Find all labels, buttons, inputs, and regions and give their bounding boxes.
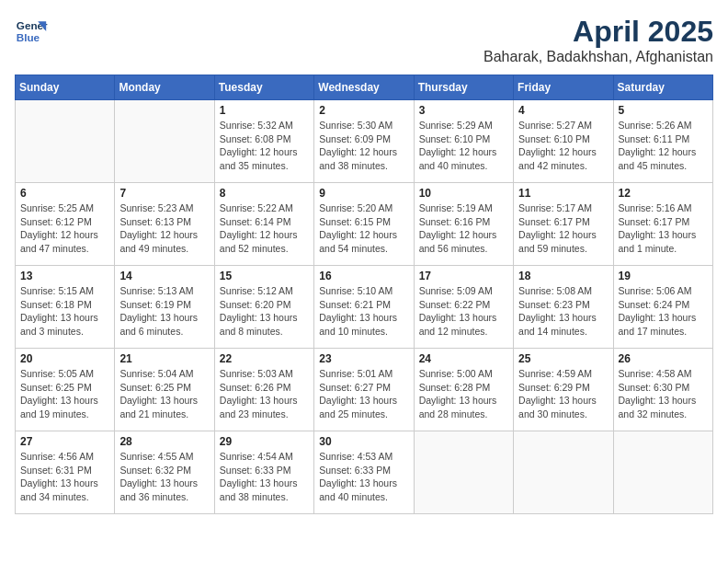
calendar-cell: 30Sunrise: 4:53 AM Sunset: 6:33 PM Dayli… [314, 431, 414, 514]
day-info: Sunrise: 5:09 AM Sunset: 6:22 PM Dayligh… [419, 284, 508, 339]
calendar-cell: 20Sunrise: 5:05 AM Sunset: 6:25 PM Dayli… [16, 349, 115, 431]
day-number: 13 [20, 270, 109, 282]
calendar-cell: 11Sunrise: 5:17 AM Sunset: 6:17 PM Dayli… [514, 183, 613, 266]
day-info: Sunrise: 5:10 AM Sunset: 6:21 PM Dayligh… [319, 284, 408, 339]
calendar-cell [514, 431, 613, 514]
weekday-header: Tuesday [214, 75, 313, 100]
day-info: Sunrise: 4:55 AM Sunset: 6:32 PM Dayligh… [119, 450, 209, 504]
calendar-cell: 8Sunrise: 5:22 AM Sunset: 6:14 PM Daylig… [214, 183, 313, 266]
day-info: Sunrise: 5:22 AM Sunset: 6:14 PM Dayligh… [220, 201, 309, 256]
day-number: 11 [518, 187, 608, 200]
day-info: Sunrise: 5:01 AM Sunset: 6:27 PM Dayligh… [319, 367, 408, 421]
day-info: Sunrise: 5:00 AM Sunset: 6:28 PM Dayligh… [419, 367, 508, 421]
month-title: April 2025 [483, 15, 713, 49]
calendar-cell: 3Sunrise: 5:29 AM Sunset: 6:10 PM Daylig… [414, 100, 513, 183]
calendar-cell: 5Sunrise: 5:26 AM Sunset: 6:11 PM Daylig… [613, 100, 712, 183]
calendar-cell: 2Sunrise: 5:30 AM Sunset: 6:09 PM Daylig… [314, 100, 414, 183]
svg-text:Blue: Blue [17, 31, 40, 43]
calendar-cell [16, 100, 115, 183]
title-area: April 2025 Baharak, Badakhshan, Afghanis… [483, 15, 713, 65]
location-title: Baharak, Badakhshan, Afghanistan [483, 49, 713, 65]
calendar-cell: 23Sunrise: 5:01 AM Sunset: 6:27 PM Dayli… [314, 349, 414, 431]
day-number: 14 [119, 270, 209, 282]
day-info: Sunrise: 5:27 AM Sunset: 6:10 PM Dayligh… [518, 119, 608, 173]
day-number: 9 [319, 187, 408, 200]
day-number: 26 [619, 352, 708, 365]
weekday-header: Sunday [16, 75, 115, 100]
day-number: 10 [419, 187, 508, 200]
day-number: 18 [518, 270, 608, 282]
day-number: 27 [20, 435, 109, 448]
logo-icon: General Blue [15, 15, 48, 48]
calendar-week-row: 13Sunrise: 5:15 AM Sunset: 6:18 PM Dayli… [16, 266, 713, 349]
day-info: Sunrise: 4:53 AM Sunset: 6:33 PM Dayligh… [319, 450, 408, 504]
calendar-cell: 14Sunrise: 5:13 AM Sunset: 6:19 PM Dayli… [115, 266, 214, 349]
day-number: 16 [319, 270, 408, 282]
day-number: 28 [119, 435, 209, 448]
calendar-cell: 24Sunrise: 5:00 AM Sunset: 6:28 PM Dayli… [414, 349, 513, 431]
day-number: 19 [619, 270, 708, 282]
calendar-cell: 17Sunrise: 5:09 AM Sunset: 6:22 PM Dayli… [414, 266, 513, 349]
day-info: Sunrise: 4:56 AM Sunset: 6:31 PM Dayligh… [20, 450, 109, 504]
day-number: 4 [518, 104, 608, 117]
day-number: 17 [419, 270, 508, 282]
day-info: Sunrise: 5:32 AM Sunset: 6:08 PM Dayligh… [220, 119, 309, 173]
day-number: 25 [518, 352, 608, 365]
day-info: Sunrise: 5:19 AM Sunset: 6:16 PM Dayligh… [419, 201, 508, 256]
calendar-cell: 27Sunrise: 4:56 AM Sunset: 6:31 PM Dayli… [16, 431, 115, 514]
calendar-cell [613, 431, 712, 514]
calendar-cell: 12Sunrise: 5:16 AM Sunset: 6:17 PM Dayli… [613, 183, 712, 266]
calendar-week-row: 27Sunrise: 4:56 AM Sunset: 6:31 PM Dayli… [16, 431, 713, 514]
day-info: Sunrise: 5:03 AM Sunset: 6:26 PM Dayligh… [220, 367, 309, 421]
day-info: Sunrise: 5:06 AM Sunset: 6:24 PM Dayligh… [619, 284, 708, 339]
day-number: 7 [119, 187, 209, 200]
calendar-table: SundayMondayTuesdayWednesdayThursdayFrid… [15, 75, 713, 514]
day-info: Sunrise: 5:13 AM Sunset: 6:19 PM Dayligh… [119, 284, 209, 339]
day-number: 24 [419, 352, 508, 365]
day-info: Sunrise: 5:26 AM Sunset: 6:11 PM Dayligh… [619, 119, 708, 173]
calendar-week-row: 6Sunrise: 5:25 AM Sunset: 6:12 PM Daylig… [16, 183, 713, 266]
logo: General Blue [15, 15, 48, 48]
calendar-week-row: 1Sunrise: 5:32 AM Sunset: 6:08 PM Daylig… [16, 100, 713, 183]
calendar-cell: 29Sunrise: 4:54 AM Sunset: 6:33 PM Dayli… [214, 431, 313, 514]
calendar-cell: 28Sunrise: 4:55 AM Sunset: 6:32 PM Dayli… [115, 431, 214, 514]
day-number: 8 [220, 187, 309, 200]
day-info: Sunrise: 5:05 AM Sunset: 6:25 PM Dayligh… [20, 367, 109, 421]
day-info: Sunrise: 5:04 AM Sunset: 6:25 PM Dayligh… [119, 367, 209, 421]
calendar-cell: 9Sunrise: 5:20 AM Sunset: 6:15 PM Daylig… [314, 183, 414, 266]
calendar-cell: 10Sunrise: 5:19 AM Sunset: 6:16 PM Dayli… [414, 183, 513, 266]
day-info: Sunrise: 5:15 AM Sunset: 6:18 PM Dayligh… [20, 284, 109, 339]
calendar-cell: 16Sunrise: 5:10 AM Sunset: 6:21 PM Dayli… [314, 266, 414, 349]
header: General Blue April 2025 Baharak, Badakhs… [15, 15, 713, 65]
day-info: Sunrise: 5:08 AM Sunset: 6:23 PM Dayligh… [518, 284, 608, 339]
day-info: Sunrise: 4:58 AM Sunset: 6:30 PM Dayligh… [619, 367, 708, 421]
day-info: Sunrise: 5:20 AM Sunset: 6:15 PM Dayligh… [319, 201, 408, 256]
day-number: 29 [220, 435, 309, 448]
day-number: 12 [619, 187, 708, 200]
day-number: 23 [319, 352, 408, 365]
day-number: 21 [119, 352, 209, 365]
weekday-header: Wednesday [314, 75, 414, 100]
calendar-week-row: 20Sunrise: 5:05 AM Sunset: 6:25 PM Dayli… [16, 349, 713, 431]
day-number: 6 [20, 187, 109, 200]
calendar-cell: 13Sunrise: 5:15 AM Sunset: 6:18 PM Dayli… [16, 266, 115, 349]
day-number: 2 [319, 104, 408, 117]
calendar-cell [115, 100, 214, 183]
day-number: 15 [220, 270, 309, 282]
day-number: 1 [220, 104, 309, 117]
weekday-header: Monday [115, 75, 214, 100]
day-info: Sunrise: 4:59 AM Sunset: 6:29 PM Dayligh… [518, 367, 608, 421]
day-number: 22 [220, 352, 309, 365]
day-info: Sunrise: 5:23 AM Sunset: 6:13 PM Dayligh… [119, 201, 209, 256]
weekday-header-row: SundayMondayTuesdayWednesdayThursdayFrid… [16, 75, 713, 100]
day-info: Sunrise: 5:16 AM Sunset: 6:17 PM Dayligh… [619, 201, 708, 256]
calendar-cell: 6Sunrise: 5:25 AM Sunset: 6:12 PM Daylig… [16, 183, 115, 266]
calendar-cell: 18Sunrise: 5:08 AM Sunset: 6:23 PM Dayli… [514, 266, 613, 349]
calendar-cell: 19Sunrise: 5:06 AM Sunset: 6:24 PM Dayli… [613, 266, 712, 349]
day-info: Sunrise: 5:17 AM Sunset: 6:17 PM Dayligh… [518, 201, 608, 256]
day-number: 3 [419, 104, 508, 117]
calendar-cell: 7Sunrise: 5:23 AM Sunset: 6:13 PM Daylig… [115, 183, 214, 266]
day-info: Sunrise: 5:29 AM Sunset: 6:10 PM Dayligh… [419, 119, 508, 173]
calendar-cell: 4Sunrise: 5:27 AM Sunset: 6:10 PM Daylig… [514, 100, 613, 183]
day-info: Sunrise: 5:12 AM Sunset: 6:20 PM Dayligh… [220, 284, 309, 339]
